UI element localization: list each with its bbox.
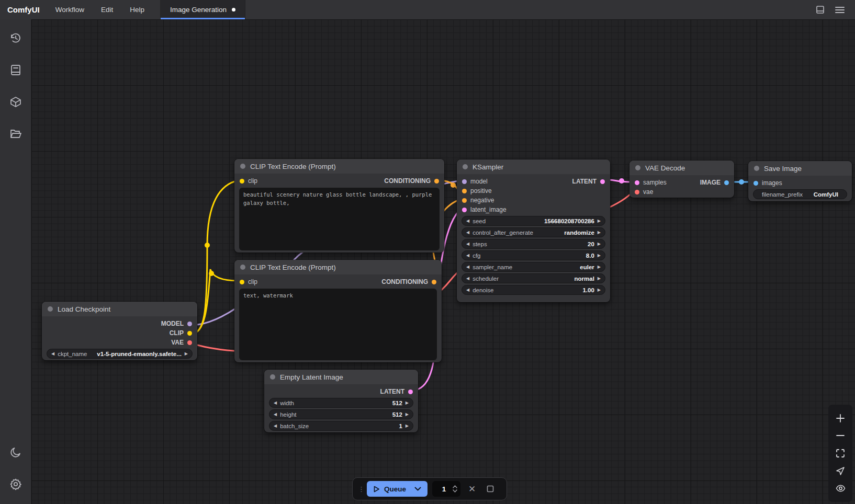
arrow-left-icon[interactable]: ◀ — [466, 219, 469, 223]
prompt-textarea[interactable]: beautiful scenery nature glass bottle la… — [239, 188, 440, 250]
input-port-latent-image[interactable] — [462, 208, 467, 212]
arrow-left-icon[interactable]: ◀ — [466, 277, 469, 281]
input-port-model[interactable] — [462, 179, 467, 184]
input-port-clip[interactable] — [240, 280, 244, 284]
output-port-conditioning[interactable] — [434, 179, 439, 184]
queue-options-chevron-icon[interactable] — [414, 487, 421, 491]
collapse-dot[interactable] — [48, 306, 53, 312]
node-ksampler[interactable]: KSampler model LATENT positive negative — [457, 159, 610, 302]
output-port-image[interactable] — [724, 180, 729, 185]
bottom-panel-toggle-icon[interactable] — [812, 2, 828, 18]
widget-steps[interactable]: ◀ steps 20 ▶ — [462, 239, 605, 249]
model-library-icon[interactable] — [4, 90, 27, 113]
collapse-dot[interactable] — [463, 164, 468, 169]
arrow-left-icon[interactable]: ◀ — [274, 413, 277, 417]
output-port-model[interactable] — [187, 322, 192, 326]
menu-help[interactable]: Help — [121, 0, 153, 19]
widget-control-after-generate[interactable]: ◀ control_after_generate randomize ▶ — [462, 227, 605, 237]
tab-image-generation[interactable]: Image Generation — [161, 0, 245, 19]
collapse-dot[interactable] — [754, 166, 759, 171]
output-port-latent[interactable] — [600, 179, 605, 184]
arrow-right-icon[interactable]: ▶ — [406, 401, 409, 405]
node-load-checkpoint[interactable]: Load Checkpoint MODEL CLIP VAE ◀ ckpt_na… — [42, 302, 197, 360]
input-port-vae[interactable] — [635, 190, 639, 194]
settings-gear-icon[interactable] — [4, 473, 27, 496]
input-port-images[interactable] — [753, 181, 758, 186]
arrow-right-icon[interactable]: ▶ — [598, 288, 601, 292]
batch-count-input[interactable]: 1 — [432, 481, 460, 497]
node-vae-decode[interactable]: VAE Decode samples IMAGE vae — [629, 161, 734, 198]
arrow-left-icon[interactable]: ◀ — [274, 401, 277, 405]
arrow-left-icon[interactable]: ◀ — [466, 242, 469, 246]
collapse-dot[interactable] — [240, 164, 245, 169]
zoom-out-icon[interactable] — [833, 428, 848, 443]
input-port-clip[interactable] — [240, 179, 244, 184]
select-mode-cursor-icon[interactable] — [833, 464, 848, 478]
arrow-right-icon[interactable]: ▶ — [406, 424, 409, 428]
node-clip-text-encode-positive[interactable]: CLIP Text Encode (Prompt) clip CONDITION… — [234, 159, 444, 253]
input-port-positive[interactable] — [462, 189, 467, 193]
widget-ckpt-name[interactable]: ◀ ckpt_name v1-5-pruned-emaonly.safete..… — [47, 349, 193, 359]
collapse-dot[interactable] — [240, 265, 245, 270]
workflows-folder-icon[interactable] — [4, 122, 27, 145]
node-clip-text-encode-negative[interactable]: CLIP Text Encode (Prompt) clip CONDITION… — [234, 260, 442, 362]
node-graph-canvas[interactable]: Load Checkpoint MODEL CLIP VAE ◀ ckpt_na… — [31, 19, 855, 504]
queue-log-icon[interactable] — [4, 59, 27, 82]
input-port-negative[interactable] — [462, 198, 467, 203]
menu-edit[interactable]: Edit — [93, 0, 121, 19]
arrow-right-icon[interactable]: ▶ — [598, 254, 601, 258]
widget-batch-size[interactable]: ◀ batch_size 1 ▶ — [269, 421, 413, 431]
widget-filename-prefix[interactable]: filename_prefix ComfyUI — [753, 189, 847, 199]
output-port-latent[interactable] — [408, 390, 413, 394]
node-header[interactable]: Empty Latent Image — [264, 370, 418, 384]
widget-height[interactable]: ◀ height 512 ▶ — [269, 409, 413, 419]
arrow-left-icon[interactable]: ◀ — [466, 254, 469, 258]
output-port-conditioning[interactable] — [432, 280, 436, 284]
arrow-right-icon[interactable]: ▶ — [406, 413, 409, 417]
stepper-up-icon[interactable] — [453, 485, 457, 488]
toggle-link-visibility-eye-icon[interactable] — [833, 481, 848, 496]
arrow-right-icon[interactable]: ▶ — [598, 231, 601, 235]
arrow-right-icon[interactable]: ▶ — [598, 219, 601, 223]
node-header[interactable]: CLIP Text Encode (Prompt) — [234, 159, 444, 174]
arrow-right-icon[interactable]: ▶ — [598, 265, 601, 269]
node-header[interactable]: VAE Decode — [629, 161, 734, 175]
widget-sampler-name[interactable]: ◀ sampler_name euler ▶ — [462, 262, 605, 272]
hamburger-menu-icon[interactable] — [832, 2, 848, 18]
widget-denoise[interactable]: ◀ denoise 1.00 ▶ — [462, 285, 605, 295]
prompt-textarea[interactable]: text, watermark — [239, 289, 437, 360]
widget-seed[interactable]: ◀ seed 156680208700286 ▶ — [462, 216, 605, 226]
collapse-dot[interactable] — [635, 165, 640, 170]
output-port-vae[interactable] — [187, 340, 192, 345]
input-port-samples[interactable] — [635, 180, 639, 185]
queue-button[interactable]: Queue — [367, 481, 428, 497]
stepper-down-icon[interactable] — [453, 489, 457, 492]
output-port-clip[interactable] — [187, 331, 192, 336]
node-header[interactable]: Load Checkpoint — [42, 302, 197, 316]
arrow-right-icon[interactable]: ▶ — [598, 277, 601, 281]
menu-workflow[interactable]: Workflow — [47, 0, 93, 19]
arrow-left-icon[interactable]: ◀ — [466, 231, 469, 235]
node-save-image[interactable]: Save Image images filename_prefix ComfyU… — [748, 161, 852, 201]
arrow-right-icon[interactable]: ▶ — [598, 242, 601, 246]
zoom-in-icon[interactable] — [833, 411, 848, 426]
arrow-left-icon[interactable]: ◀ — [466, 288, 469, 292]
history-icon[interactable] — [4, 27, 27, 50]
collapse-dot[interactable] — [270, 374, 275, 380]
arrow-left-icon[interactable]: ◀ — [51, 352, 54, 356]
toolbar-drag-handle[interactable]: ⋮ — [358, 487, 362, 491]
stop-icon[interactable] — [483, 482, 497, 496]
clear-queue-icon[interactable]: ✕ — [465, 482, 479, 496]
node-header[interactable]: CLIP Text Encode (Prompt) — [234, 260, 442, 274]
widget-scheduler[interactable]: ◀ scheduler normal ▶ — [462, 273, 605, 283]
node-empty-latent-image[interactable]: Empty Latent Image LATENT ◀ width 512 ▶ … — [264, 370, 418, 432]
node-header[interactable]: Save Image — [748, 161, 852, 176]
arrow-left-icon[interactable]: ◀ — [274, 424, 277, 428]
widget-cfg[interactable]: ◀ cfg 8.0 ▶ — [462, 250, 605, 260]
node-header[interactable]: KSampler — [457, 159, 610, 174]
theme-toggle-moon-icon[interactable] — [4, 441, 27, 464]
arrow-left-icon[interactable]: ◀ — [466, 265, 469, 269]
widget-width[interactable]: ◀ width 512 ▶ — [269, 398, 413, 408]
arrow-right-icon[interactable]: ▶ — [185, 352, 188, 356]
batch-count-value[interactable]: 1 — [435, 485, 453, 493]
